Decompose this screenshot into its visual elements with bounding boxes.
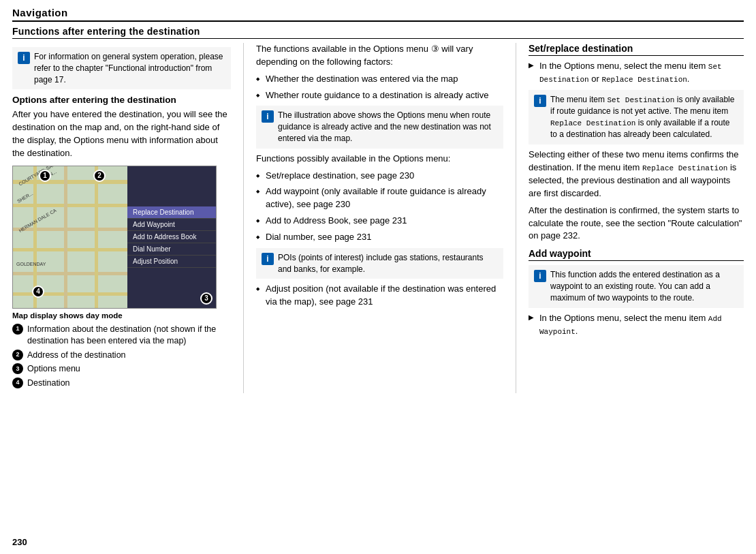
right-column: Set/replace destination In the Options m…: [516, 43, 744, 393]
street-label-5: GOLDENDAY: [16, 262, 46, 266]
replace-dest-mono-2: Replace Destination: [550, 119, 635, 127]
func-item-5: Adjust position (not available if the de…: [256, 283, 503, 309]
left-info-box: i For information on general system oper…: [12, 47, 231, 89]
right-section1-arrow-list: In the Options menu, select the menu ite…: [529, 60, 744, 86]
map-menu-replace-dest: Replace Destination: [127, 206, 216, 219]
map-label-3: 3: [200, 292, 212, 305]
header-title: Navigation: [12, 7, 68, 18]
map-caption: Map display shows day mode: [12, 311, 231, 320]
left-column: i For information on general system oper…: [12, 43, 244, 393]
info-icon-2: i: [262, 110, 274, 123]
legend-num-4: 4: [12, 378, 23, 388]
legend-item-1: 1 Information about the destination (not…: [12, 324, 231, 348]
info-icon-1: i: [18, 52, 30, 64]
mid-info-box-2: i POIs (points of interest) include gas …: [256, 248, 503, 279]
right-info-box-2: i This function adds the entered destina…: [529, 265, 744, 307]
right-info-box-1: i The menu item Set Destination is only …: [529, 90, 744, 144]
set-dest-mono-2: Set Destination: [607, 96, 674, 104]
mid-info-box-1: i The illustration above shows the Optio…: [256, 106, 503, 148]
legend-item-4: 4 Destination: [12, 378, 231, 390]
map-background: COURTYARD-SAN FERN... SHER... HERMAN DAL…: [13, 166, 216, 308]
mid-column: The functions available in the Options m…: [244, 43, 516, 393]
right-section2-arrow-list: In the Options menu, select the menu ite…: [529, 312, 744, 338]
func-item-4: Dial number, see page 231: [256, 231, 503, 244]
replace-dest-mono-3: Replace Destination: [642, 164, 727, 172]
map-menu-dial: Dial Number: [127, 243, 216, 256]
main-columns: i For information on general system oper…: [12, 43, 744, 393]
functions-list-2: Adjust position (not available if the de…: [256, 283, 503, 309]
legend-num-3: 3: [12, 363, 23, 374]
info-icon-4: i: [534, 95, 546, 107]
factors-list: Whether the destination was entered via …: [256, 73, 503, 102]
func-item-2: Add waypoint (only available if route gu…: [256, 185, 503, 211]
section-title: Functions after entering the destination: [12, 26, 744, 39]
right-section1-body2: After the destination is confirmed, the …: [529, 204, 744, 243]
legend-item-3: 3 Options menu: [12, 363, 231, 375]
map-options-menu: Replace Destination Add Waypoint Add to …: [127, 166, 216, 308]
left-body-text: After you have entered the destination, …: [12, 108, 231, 159]
map-menu-adjust: Adjust Position: [127, 256, 216, 268]
page-header: Navigation: [12, 7, 744, 22]
right-section2-arrow-item: In the Options menu, select the menu ite…: [529, 312, 744, 338]
mid-intro: The functions available in the Options m…: [256, 43, 503, 69]
left-info-text: For information on general system operat…: [34, 51, 225, 85]
right-section1-body1: Selecting either of these two menu items…: [529, 149, 744, 200]
map-display: COURTYARD-SAN FERN... SHER... HERMAN DAL…: [12, 166, 217, 309]
func-item-1: Set/replace destination, see page 230: [256, 170, 503, 183]
right-section2-title: Add waypoint: [529, 248, 744, 261]
page-number: 230: [12, 537, 27, 547]
legend-num-2: 2: [12, 350, 23, 360]
right-section1-title: Set/replace destination: [529, 43, 744, 56]
page: Navigation Functions after entering the …: [0, 0, 756, 554]
right-info-text-1: The menu item Set Destination is only av…: [550, 94, 738, 140]
map-label-1: 1: [39, 170, 51, 182]
info-icon-3: i: [262, 253, 274, 265]
functions-list-1: Set/replace destination, see page 230 Ad…: [256, 170, 503, 244]
add-waypoint-mono: Add Waypoint: [539, 315, 722, 336]
map-label-2: 2: [93, 170, 106, 182]
map-menu-add-address: Add to Address Book: [127, 231, 216, 243]
right-section1-arrow-item: In the Options menu, select the menu ite…: [529, 60, 744, 86]
left-subsection-title: Options after entering the destination: [12, 95, 231, 105]
legend-list: 1 Information about the destination (not…: [12, 324, 231, 390]
map-menu-add-waypoint: Add Waypoint: [127, 219, 216, 231]
legend-num-1: 1: [12, 324, 23, 335]
right-info-text-2: This function adds the entered destinati…: [550, 269, 738, 303]
map-label-4: 4: [32, 286, 44, 298]
func-item-3: Add to Address Book, see page 231: [256, 215, 503, 228]
info-icon-5: i: [534, 270, 546, 282]
mid-functions-title: Functions possibly available in the Opti…: [256, 153, 503, 166]
legend-item-2: 2 Address of the destination: [12, 350, 231, 362]
mid-info-text-1: The illustration above shows the Options…: [278, 110, 498, 144]
mid-info-text-2: POIs (points of interest) include gas st…: [278, 252, 498, 275]
replace-dest-mono: Replace Destination: [601, 76, 687, 84]
factor-item-2: Whether route guidance to a destination …: [256, 89, 503, 102]
factor-item-1: Whether the destination was entered via …: [256, 73, 503, 86]
